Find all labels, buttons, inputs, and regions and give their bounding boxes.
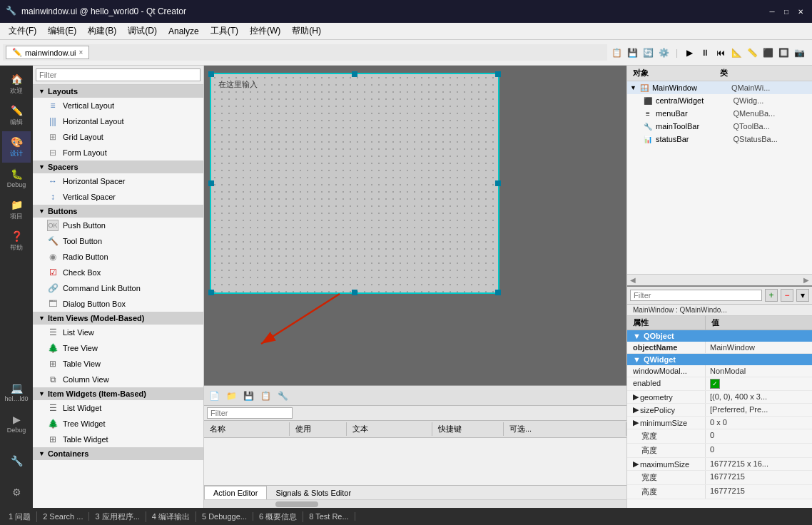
category-spacers[interactable]: ▼ Spacers — [33, 160, 203, 173]
prop-maxsize[interactable]: ▶ maximumSize 16777215 x 16... — [627, 458, 812, 471]
menu-analyze[interactable]: Analyze — [163, 25, 205, 38]
mode-debug2[interactable]: ▶ Debug — [2, 408, 31, 439]
object-row-statusbar[interactable]: 📊 statusBar QStatusBa... — [627, 133, 812, 146]
widget-table-widget[interactable]: ⊞ Table Widget — [33, 432, 203, 447]
prop-enabled-value[interactable]: ✓ — [706, 377, 812, 390]
toolbar-icon-5[interactable]: ⏸ — [698, 46, 712, 60]
widget-check-box[interactable]: ☑ Check Box — [33, 265, 203, 280]
prop-maxsize-value[interactable]: 16777215 x 16... — [706, 458, 812, 470]
close-button[interactable]: ✕ — [795, 6, 806, 17]
window-controls[interactable]: ─ □ ✕ — [766, 6, 806, 17]
menu-file[interactable]: 文件(F) — [3, 24, 42, 39]
menu-controls[interactable]: 控件(W) — [244, 24, 286, 39]
prop-windowmodal-value[interactable]: NonModal — [706, 365, 812, 377]
prop-minwidth-value[interactable]: 0 — [706, 429, 812, 443]
toolbar-icon-play[interactable]: ▶ — [682, 46, 696, 60]
prop-enabled[interactable]: enabled ✓ — [627, 377, 812, 391]
menu-build[interactable]: 构建(B) — [82, 24, 122, 39]
category-item-views[interactable]: ▼ Item Views (Model-Based) — [33, 312, 203, 325]
category-layouts[interactable]: ▼ Layouts — [33, 85, 203, 98]
status-compile[interactable]: 4 编译输出 — [146, 511, 196, 522]
horizontal-scrollbar[interactable] — [204, 499, 626, 508]
menu-debug[interactable]: 调试(D) — [122, 24, 163, 39]
widget-horizontal-layout[interactable]: ||| Horizontal Layout — [33, 113, 203, 129]
toolbar-icon-1[interactable]: 📋 — [610, 46, 624, 60]
status-search[interactable]: 2 Search ... — [37, 512, 89, 521]
widget-tool-button[interactable]: 🔨 Tool Button — [33, 233, 203, 249]
widget-vertical-layout[interactable]: ≡ Vertical Layout — [33, 98, 203, 113]
prop-add-button[interactable]: + — [765, 289, 778, 302]
maximize-button[interactable]: □ — [781, 6, 792, 17]
widget-tree-widget[interactable]: 🌲 Tree Widget — [33, 416, 203, 432]
widget-column-view[interactable]: ⧉ Column View — [33, 372, 203, 387]
toolbar-icon-11[interactable]: 📷 — [792, 46, 806, 60]
prop-objectname[interactable]: objectName MainWindow — [627, 342, 812, 354]
prop-sizepolicy[interactable]: ▶ sizePolicy [Preferred, Pre... — [627, 404, 812, 417]
widget-dialog-button[interactable]: 🗔 Dialog Button Box — [33, 296, 203, 312]
object-row-toolbar[interactable]: 🔧 mainToolBar QToolBa... — [627, 120, 812, 133]
prop-sizepolicy-value[interactable]: [Preferred, Pre... — [706, 404, 812, 416]
mode-help[interactable]: ❓ 帮助 — [2, 225, 31, 257]
scroll-left-icon[interactable]: ◀ — [630, 276, 636, 284]
widget-push-button[interactable]: OK Push Button — [33, 218, 203, 233]
widget-radio-button[interactable]: ◉ Radio Button — [33, 249, 203, 265]
widget-table-view[interactable]: ⊞ Table View — [33, 356, 203, 372]
prop-filter-input[interactable] — [630, 290, 762, 301]
prop-geometry-value[interactable]: [(0, 0), 400 x 3... — [706, 391, 812, 403]
mode-debug[interactable]: 🐛 Debug — [2, 163, 31, 194]
prop-remove-button[interactable]: − — [781, 289, 793, 302]
widget-tree-view[interactable]: 🌲 Tree View — [33, 340, 203, 356]
prop-maxheight-value[interactable]: 16777215 — [706, 485, 812, 499]
object-row-menubar[interactable]: ≡ menuBar QMenuBa... — [627, 107, 812, 120]
mode-project[interactable]: 📁 项目 — [2, 194, 31, 225]
prop-minheight-value[interactable]: 0 — [706, 444, 812, 457]
bottom-filter-input[interactable] — [207, 407, 293, 419]
prop-maxwidth-value[interactable]: 16777215 — [706, 471, 812, 484]
object-row-centralwidget[interactable]: ⬛ centralWidget QWidg... — [627, 94, 812, 107]
prop-minsize-value[interactable]: 0 x 0 — [706, 417, 812, 429]
status-overview[interactable]: 6 概要信息 — [253, 511, 303, 522]
canvas-area[interactable]: 在这里输入 — [204, 66, 626, 385]
tab-close-button[interactable]: × — [79, 49, 83, 56]
widget-filter-input[interactable] — [36, 68, 201, 81]
minsize-expand-arrow[interactable]: ▶ — [633, 418, 639, 427]
geometry-expand-arrow[interactable]: ▶ — [633, 392, 639, 402]
toolbar-icon-7[interactable]: 📐 — [729, 46, 744, 60]
prop-objectname-value[interactable]: MainWindow — [706, 342, 812, 353]
category-containers[interactable]: ▼ Containers — [33, 447, 203, 460]
status-test[interactable]: 8 Test Re... — [303, 512, 355, 521]
widget-form-layout[interactable]: ⊟ Form Layout — [33, 145, 203, 160]
prop-minsize[interactable]: ▶ minimumSize 0 x 0 — [627, 417, 812, 429]
prop-minheight[interactable]: 高度 0 — [627, 444, 812, 458]
toolbar-icon-8[interactable]: 📏 — [745, 46, 759, 60]
minimize-button[interactable]: ─ — [766, 6, 778, 17]
scroll-right-icon[interactable]: ▶ — [803, 276, 809, 284]
tab-action-editor[interactable]: Action Editor — [204, 486, 267, 499]
prop-maxwidth[interactable]: 宽度 16777215 — [627, 471, 812, 485]
category-buttons[interactable]: ▼ Buttons — [33, 205, 203, 218]
mode-extra2[interactable]: ⚙ — [2, 476, 31, 508]
menu-edit[interactable]: 编辑(E) — [42, 24, 82, 39]
sizepolicy-expand-arrow[interactable]: ▶ — [633, 405, 639, 414]
action-tool-icon[interactable]: 🔧 — [275, 389, 290, 403]
scrollbar-thumb[interactable] — [275, 501, 318, 507]
widget-grid-layout[interactable]: ⊞ Grid Layout — [33, 129, 203, 145]
menu-help[interactable]: 帮助(H) — [286, 24, 327, 39]
tab-mainwindow[interactable]: ✏️ mainwindow.ui × — [6, 46, 89, 59]
action-add-icon[interactable]: 📄 — [207, 389, 221, 403]
mode-edit[interactable]: ✏️ 编辑 — [2, 100, 31, 131]
prop-windowmodal[interactable]: windowModal... NonModal — [627, 365, 812, 377]
widget-list-widget[interactable]: ☰ List Widget — [33, 400, 203, 416]
toolbar-icon-4[interactable]: ⚙️ — [657, 46, 671, 60]
status-problems[interactable]: 1 问题 — [3, 511, 37, 522]
status-app[interactable]: 3 应用程序... — [89, 511, 146, 522]
enabled-checkbox[interactable]: ✓ — [710, 379, 720, 389]
mode-extra1[interactable]: 🔧 — [2, 445, 31, 476]
widget-command-link[interactable]: 🔗 Command Link Button — [33, 280, 203, 296]
widget-v-spacer[interactable]: ↕ Vertical Spacer — [33, 189, 203, 205]
maxsize-expand-arrow[interactable]: ▶ — [633, 459, 639, 469]
toolbar-icon-3[interactable]: 🔄 — [641, 46, 656, 60]
prop-geometry[interactable]: ▶ geometry [(0, 0), 400 x 3... — [627, 391, 812, 404]
prop-more-button[interactable]: ▾ — [796, 289, 809, 302]
category-item-widgets[interactable]: ▼ Item Widgets (Item-Based) — [33, 387, 203, 400]
